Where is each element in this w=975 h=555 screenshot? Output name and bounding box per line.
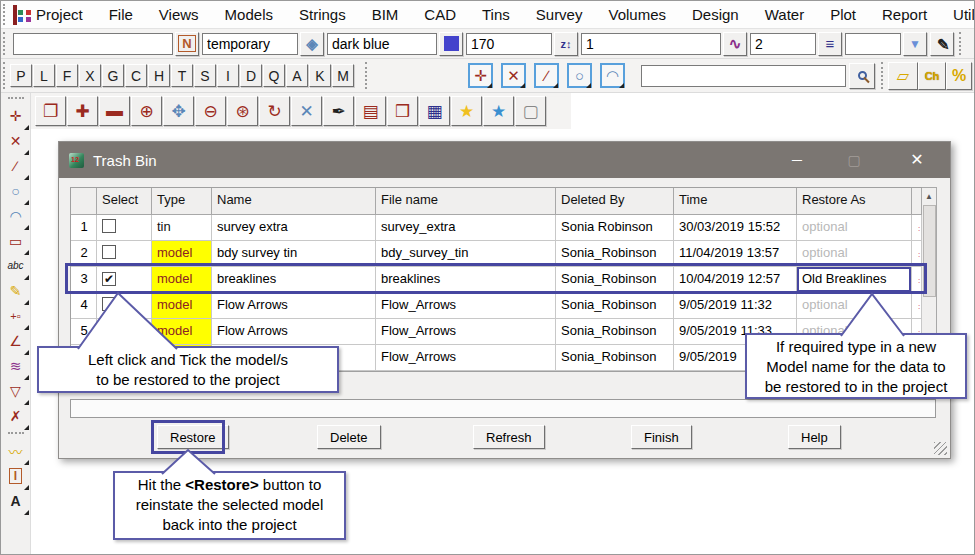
scrollbar-thumb[interactable] bbox=[923, 205, 936, 297]
create-circle-button[interactable]: ○ bbox=[4, 178, 28, 203]
fkey-k-button[interactable]: K bbox=[309, 64, 331, 87]
grade-percent-button[interactable]: % bbox=[946, 62, 972, 90]
fkey-c-button[interactable]: C bbox=[125, 64, 147, 87]
edit-text-button[interactable]: I bbox=[4, 463, 28, 488]
restore-button[interactable]: Restore bbox=[157, 425, 229, 449]
blank-window-button[interactable]: ▢ bbox=[515, 96, 546, 126]
create-line-button[interactable]: ∕ bbox=[4, 153, 28, 178]
row3-checkbox[interactable]: ✔ bbox=[102, 272, 116, 286]
row4-checkbox[interactable] bbox=[102, 297, 116, 311]
create-point-button[interactable]: ✛ bbox=[4, 103, 28, 128]
measure-bearing-button[interactable]: ∠ bbox=[4, 328, 28, 353]
fkey-i-button[interactable]: I bbox=[217, 64, 239, 87]
plot-button[interactable]: ▤ bbox=[355, 96, 386, 126]
menu-item-tins[interactable]: Tins bbox=[469, 6, 523, 23]
redraw-button[interactable]: ✕ bbox=[291, 96, 322, 126]
pan-button[interactable]: ✥ bbox=[163, 96, 194, 126]
model-list-button[interactable]: ◈ bbox=[300, 32, 324, 56]
duplicate-point-button[interactable]: +▫ bbox=[4, 303, 28, 328]
dialog-titlebar[interactable]: Trash Bin ─ ▢ ✕ bbox=[59, 142, 950, 178]
tin-dropdown-button[interactable]: ▼ bbox=[903, 32, 927, 56]
height-tool-button[interactable]: z↕ bbox=[554, 32, 578, 56]
menu-item-cad[interactable]: CAD bbox=[411, 6, 469, 23]
freehand-draw-button[interactable]: 〰 bbox=[4, 438, 28, 463]
restoreas-cell[interactable]: Old Breaklines bbox=[797, 267, 912, 293]
sheet-grid-button[interactable]: ▦ bbox=[419, 96, 450, 126]
cad-text-input[interactable] bbox=[13, 33, 173, 55]
scroll-up-icon[interactable]: ▲ bbox=[925, 188, 933, 205]
restoreas-cell[interactable]: optional bbox=[797, 241, 912, 267]
create-polygon-button[interactable]: ▽ bbox=[4, 378, 28, 403]
col-header-select[interactable]: Select bbox=[97, 188, 152, 215]
menu-item-project[interactable]: Project bbox=[23, 6, 96, 23]
toolbar-grip[interactable] bbox=[3, 32, 8, 55]
label-measure-button[interactable]: A bbox=[4, 488, 28, 513]
row-menu-cell[interactable]: : bbox=[912, 241, 922, 267]
fkey-f-button[interactable]: F bbox=[56, 64, 78, 87]
menu-item-models[interactable]: Models bbox=[212, 6, 286, 23]
col-header-name[interactable]: Name bbox=[212, 188, 376, 215]
col-header-rownum[interactable] bbox=[71, 188, 97, 215]
delete-element-button[interactable]: ✗ bbox=[4, 403, 28, 428]
shared-favourites-button[interactable]: ★ bbox=[483, 96, 514, 126]
colour-input[interactable] bbox=[327, 33, 437, 55]
arc-snap-button[interactable]: ◠ bbox=[600, 63, 625, 88]
menu-item-report[interactable]: Report bbox=[869, 6, 940, 23]
linestyle-input[interactable] bbox=[581, 33, 721, 55]
toolbar-grip[interactable] bbox=[365, 62, 370, 89]
eyedropper-button[interactable]: ✐ bbox=[930, 32, 954, 56]
col-header-deletedby[interactable]: Deleted By bbox=[556, 188, 674, 215]
fkey-s-button[interactable]: S bbox=[194, 64, 216, 87]
row5-checkbox[interactable] bbox=[102, 323, 116, 337]
colour-string-button[interactable]: ≋ bbox=[4, 353, 28, 378]
menu-item-views[interactable]: Views bbox=[146, 6, 212, 23]
fkey-l-button[interactable]: L bbox=[33, 64, 55, 87]
fkey-t-button[interactable]: T bbox=[171, 64, 193, 87]
search-button[interactable] bbox=[849, 63, 875, 89]
restoreas-cell[interactable]: optional bbox=[797, 215, 912, 241]
help-button[interactable]: Help bbox=[788, 425, 841, 449]
fkey-g-button[interactable]: G bbox=[102, 64, 124, 87]
line-snap-button[interactable]: ∕ bbox=[534, 63, 559, 88]
create-node-button[interactable]: ✕ bbox=[4, 128, 28, 153]
view-manager-button[interactable]: ❐ bbox=[35, 96, 66, 126]
create-rectangle-button[interactable]: ▭ bbox=[4, 228, 28, 253]
menu-item-utilities[interactable]: Utilities bbox=[940, 6, 975, 23]
command-search-input[interactable] bbox=[641, 65, 846, 87]
chainage-button[interactable]: Ch bbox=[918, 62, 946, 90]
menu-item-design[interactable]: Design bbox=[679, 6, 752, 23]
remove-view-button[interactable]: ▬ bbox=[99, 96, 130, 126]
tin-input[interactable] bbox=[845, 33, 901, 55]
zoom-in-button[interactable]: ⊕ bbox=[131, 96, 162, 126]
create-text-button[interactable]: abc bbox=[4, 253, 28, 278]
delete-button[interactable]: Delete bbox=[317, 425, 381, 449]
name-toggle-button[interactable]: N bbox=[175, 32, 199, 56]
finish-button[interactable]: Finish bbox=[631, 425, 692, 449]
menu-item-survey[interactable]: Survey bbox=[523, 6, 596, 23]
row-menu-cell[interactable]: : bbox=[912, 215, 922, 241]
rotate-view-button[interactable]: ↻ bbox=[259, 96, 290, 126]
menu-item-strings[interactable]: Strings bbox=[286, 6, 359, 23]
menu-item-water[interactable]: Water bbox=[752, 6, 817, 23]
toolbar-grip[interactable] bbox=[3, 62, 8, 89]
weight-list-button[interactable]: ≡ bbox=[818, 32, 842, 56]
create-symbol-button[interactable]: ✎ bbox=[4, 278, 28, 303]
fkey-d-button[interactable]: D bbox=[240, 64, 262, 87]
maximize-button[interactable]: ▢ bbox=[843, 150, 865, 170]
fkey-a-button[interactable]: A bbox=[286, 64, 308, 87]
row1-checkbox[interactable] bbox=[102, 219, 116, 233]
fkey-p-button[interactable]: P bbox=[10, 64, 32, 87]
col-header-restoreas[interactable]: Restore As bbox=[797, 188, 912, 215]
restoreas-cell[interactable]: optional bbox=[797, 293, 912, 319]
minimize-button[interactable]: ─ bbox=[786, 150, 808, 170]
fkey-x-button[interactable]: X bbox=[79, 64, 101, 87]
add-view-button[interactable]: ✚ bbox=[67, 96, 98, 126]
weight-input[interactable] bbox=[750, 33, 816, 55]
colour-swatch-button[interactable] bbox=[439, 32, 463, 56]
appearance-brush-button[interactable]: ✒ bbox=[323, 96, 354, 126]
refresh-button[interactable]: Refresh bbox=[473, 425, 545, 449]
row2-checkbox[interactable] bbox=[102, 245, 116, 259]
circle-snap-button[interactable]: ○ bbox=[567, 63, 592, 88]
toolbar-grip[interactable] bbox=[959, 32, 964, 55]
toolbar-grip[interactable] bbox=[8, 97, 24, 99]
